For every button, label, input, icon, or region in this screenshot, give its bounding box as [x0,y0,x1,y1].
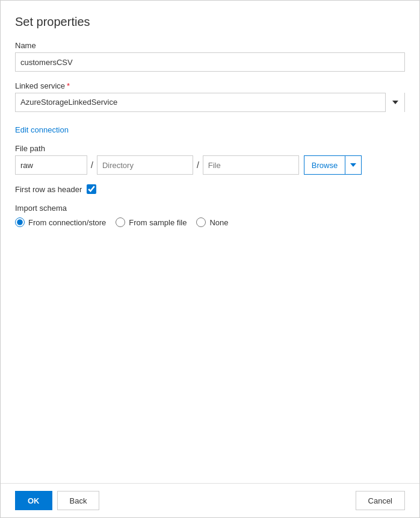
dropdown-arrow-button[interactable] [385,93,404,112]
file-path-raw-input[interactable] [15,155,87,175]
radio-none-label: None [209,218,228,227]
back-button[interactable]: Back [57,491,100,510]
file-path-group: File path / / Browse [15,144,405,175]
dialog-title: Set properties [15,15,405,29]
radio-connection-input[interactable] [15,217,25,227]
edit-connection-link[interactable]: Edit connection [15,125,69,134]
set-properties-dialog: Set properties Name Linked service* Azur… [0,0,420,518]
linked-service-label: Linked service* [15,81,405,90]
browse-button[interactable]: Browse [304,155,345,175]
name-label: Name [15,41,405,50]
radio-sample-label: From sample file [129,218,187,227]
import-schema-group: Import schema From connection/store From… [15,204,405,227]
radio-none-input[interactable] [196,217,206,227]
radio-option-connection[interactable]: From connection/store [15,217,106,227]
linked-service-dropdown[interactable]: AzureStorageLinkedService [15,93,405,112]
linked-service-value: AzureStorageLinkedService [16,93,385,112]
path-separator-2: / [193,155,203,175]
linked-service-group: Linked service* AzureStorageLinkedServic… [15,81,405,112]
dialog-footer: OK Back Cancel [1,483,419,517]
required-marker: * [67,81,70,90]
import-schema-label: Import schema [15,204,405,213]
file-path-file-input[interactable] [203,155,299,175]
browse-chevron-icon [350,163,356,167]
first-row-checkbox[interactable] [87,184,96,194]
footer-left-buttons: OK Back [15,491,99,510]
radio-option-none[interactable]: None [196,217,228,227]
import-schema-radio-group: From connection/store From sample file N… [15,217,405,227]
path-separator-1: / [87,155,97,175]
file-path-directory-input[interactable] [97,155,193,175]
footer-right-buttons: Cancel [356,491,405,510]
ok-button[interactable]: OK [15,491,52,510]
first-row-label: First row as header [15,185,82,194]
file-path-container: / / Browse [15,155,405,175]
radio-connection-label: From connection/store [28,218,106,227]
first-row-group: First row as header [15,184,405,194]
name-input[interactable] [15,52,405,72]
dialog-content: Set properties Name Linked service* Azur… [1,1,419,483]
cancel-button[interactable]: Cancel [356,491,405,510]
chevron-down-icon [392,99,398,105]
browse-button-container: Browse [304,155,362,175]
file-path-label: File path [15,144,405,153]
radio-option-sample[interactable]: From sample file [116,217,187,227]
name-group: Name [15,41,405,72]
browse-dropdown-button[interactable] [345,155,362,175]
radio-sample-input[interactable] [116,217,125,227]
